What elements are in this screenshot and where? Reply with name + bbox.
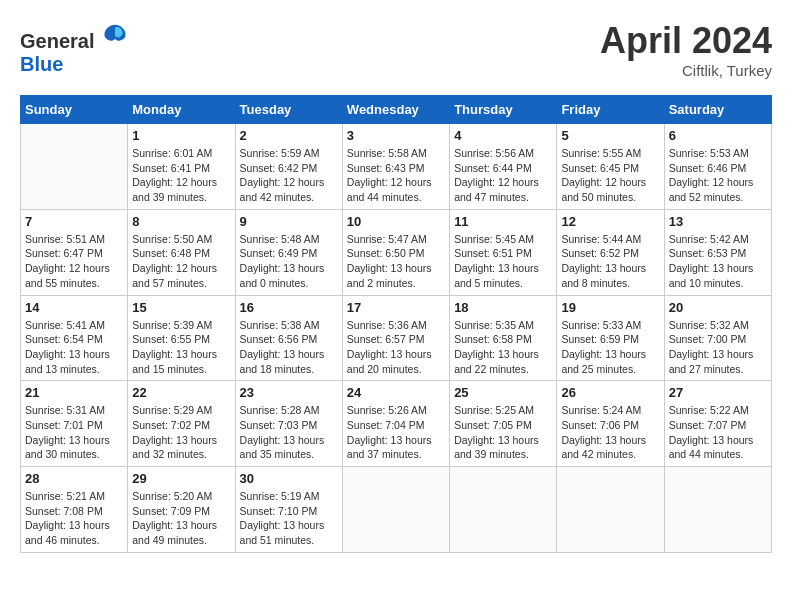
day-number: 9	[240, 214, 338, 229]
day-info: Sunrise: 5:29 AM Sunset: 7:02 PM Dayligh…	[132, 403, 230, 462]
day-info: Sunrise: 5:41 AM Sunset: 6:54 PM Dayligh…	[25, 318, 123, 377]
logo: General Blue	[20, 20, 129, 76]
day-number: 10	[347, 214, 445, 229]
day-number: 2	[240, 128, 338, 143]
day-info: Sunrise: 5:42 AM Sunset: 6:53 PM Dayligh…	[669, 232, 767, 291]
day-info: Sunrise: 5:25 AM Sunset: 7:05 PM Dayligh…	[454, 403, 552, 462]
day-info: Sunrise: 5:32 AM Sunset: 7:00 PM Dayligh…	[669, 318, 767, 377]
day-number: 30	[240, 471, 338, 486]
day-info: Sunrise: 5:55 AM Sunset: 6:45 PM Dayligh…	[561, 146, 659, 205]
day-number: 4	[454, 128, 552, 143]
logo-text: General Blue	[20, 20, 129, 76]
day-number: 5	[561, 128, 659, 143]
calendar-cell: 16Sunrise: 5:38 AM Sunset: 6:56 PM Dayli…	[235, 295, 342, 381]
calendar-cell: 3Sunrise: 5:58 AM Sunset: 6:43 PM Daylig…	[342, 124, 449, 210]
calendar-cell: 4Sunrise: 5:56 AM Sunset: 6:44 PM Daylig…	[450, 124, 557, 210]
day-number: 11	[454, 214, 552, 229]
day-number: 20	[669, 300, 767, 315]
day-number: 8	[132, 214, 230, 229]
day-number: 1	[132, 128, 230, 143]
logo-general: General	[20, 30, 94, 52]
day-info: Sunrise: 5:28 AM Sunset: 7:03 PM Dayligh…	[240, 403, 338, 462]
day-number: 12	[561, 214, 659, 229]
calendar-cell: 10Sunrise: 5:47 AM Sunset: 6:50 PM Dayli…	[342, 209, 449, 295]
day-info: Sunrise: 5:38 AM Sunset: 6:56 PM Dayligh…	[240, 318, 338, 377]
day-number: 14	[25, 300, 123, 315]
day-info: Sunrise: 5:36 AM Sunset: 6:57 PM Dayligh…	[347, 318, 445, 377]
day-info: Sunrise: 5:31 AM Sunset: 7:01 PM Dayligh…	[25, 403, 123, 462]
calendar-cell	[342, 467, 449, 553]
calendar-body: 1Sunrise: 6:01 AM Sunset: 6:41 PM Daylig…	[21, 124, 772, 553]
day-info: Sunrise: 5:33 AM Sunset: 6:59 PM Dayligh…	[561, 318, 659, 377]
calendar-cell: 22Sunrise: 5:29 AM Sunset: 7:02 PM Dayli…	[128, 381, 235, 467]
subtitle: Ciftlik, Turkey	[600, 62, 772, 79]
calendar-cell: 26Sunrise: 5:24 AM Sunset: 7:06 PM Dayli…	[557, 381, 664, 467]
day-number: 16	[240, 300, 338, 315]
calendar-cell: 8Sunrise: 5:50 AM Sunset: 6:48 PM Daylig…	[128, 209, 235, 295]
day-number: 24	[347, 385, 445, 400]
title-block: April 2024 Ciftlik, Turkey	[600, 20, 772, 79]
calendar-cell: 9Sunrise: 5:48 AM Sunset: 6:49 PM Daylig…	[235, 209, 342, 295]
calendar-cell: 29Sunrise: 5:20 AM Sunset: 7:09 PM Dayli…	[128, 467, 235, 553]
calendar-cell: 17Sunrise: 5:36 AM Sunset: 6:57 PM Dayli…	[342, 295, 449, 381]
calendar-week-row: 21Sunrise: 5:31 AM Sunset: 7:01 PM Dayli…	[21, 381, 772, 467]
day-number: 6	[669, 128, 767, 143]
header-day: Wednesday	[342, 96, 449, 124]
calendar-week-row: 28Sunrise: 5:21 AM Sunset: 7:08 PM Dayli…	[21, 467, 772, 553]
calendar-cell: 21Sunrise: 5:31 AM Sunset: 7:01 PM Dayli…	[21, 381, 128, 467]
page-header: General Blue April 2024 Ciftlik, Turkey	[20, 20, 772, 79]
day-info: Sunrise: 6:01 AM Sunset: 6:41 PM Dayligh…	[132, 146, 230, 205]
calendar-cell	[450, 467, 557, 553]
calendar-cell	[664, 467, 771, 553]
calendar-cell: 11Sunrise: 5:45 AM Sunset: 6:51 PM Dayli…	[450, 209, 557, 295]
day-info: Sunrise: 5:39 AM Sunset: 6:55 PM Dayligh…	[132, 318, 230, 377]
day-number: 17	[347, 300, 445, 315]
day-number: 29	[132, 471, 230, 486]
day-info: Sunrise: 5:20 AM Sunset: 7:09 PM Dayligh…	[132, 489, 230, 548]
calendar-table: SundayMondayTuesdayWednesdayThursdayFrid…	[20, 95, 772, 553]
calendar-cell: 18Sunrise: 5:35 AM Sunset: 6:58 PM Dayli…	[450, 295, 557, 381]
calendar-week-row: 7Sunrise: 5:51 AM Sunset: 6:47 PM Daylig…	[21, 209, 772, 295]
day-number: 27	[669, 385, 767, 400]
day-info: Sunrise: 5:59 AM Sunset: 6:42 PM Dayligh…	[240, 146, 338, 205]
calendar-cell: 1Sunrise: 6:01 AM Sunset: 6:41 PM Daylig…	[128, 124, 235, 210]
logo-blue: Blue	[20, 53, 63, 75]
calendar-cell: 12Sunrise: 5:44 AM Sunset: 6:52 PM Dayli…	[557, 209, 664, 295]
day-number: 18	[454, 300, 552, 315]
calendar-cell: 23Sunrise: 5:28 AM Sunset: 7:03 PM Dayli…	[235, 381, 342, 467]
header-day: Saturday	[664, 96, 771, 124]
day-info: Sunrise: 5:44 AM Sunset: 6:52 PM Dayligh…	[561, 232, 659, 291]
day-number: 13	[669, 214, 767, 229]
day-info: Sunrise: 5:24 AM Sunset: 7:06 PM Dayligh…	[561, 403, 659, 462]
day-number: 22	[132, 385, 230, 400]
day-info: Sunrise: 5:53 AM Sunset: 6:46 PM Dayligh…	[669, 146, 767, 205]
day-info: Sunrise: 5:51 AM Sunset: 6:47 PM Dayligh…	[25, 232, 123, 291]
calendar-cell: 25Sunrise: 5:25 AM Sunset: 7:05 PM Dayli…	[450, 381, 557, 467]
header-day: Tuesday	[235, 96, 342, 124]
calendar-cell: 2Sunrise: 5:59 AM Sunset: 6:42 PM Daylig…	[235, 124, 342, 210]
calendar-cell: 28Sunrise: 5:21 AM Sunset: 7:08 PM Dayli…	[21, 467, 128, 553]
day-info: Sunrise: 5:21 AM Sunset: 7:08 PM Dayligh…	[25, 489, 123, 548]
month-title: April 2024	[600, 20, 772, 62]
day-info: Sunrise: 5:50 AM Sunset: 6:48 PM Dayligh…	[132, 232, 230, 291]
calendar-header: SundayMondayTuesdayWednesdayThursdayFrid…	[21, 96, 772, 124]
header-row: SundayMondayTuesdayWednesdayThursdayFrid…	[21, 96, 772, 124]
day-number: 25	[454, 385, 552, 400]
header-day: Sunday	[21, 96, 128, 124]
header-day: Monday	[128, 96, 235, 124]
header-day: Friday	[557, 96, 664, 124]
day-number: 23	[240, 385, 338, 400]
calendar-cell: 30Sunrise: 5:19 AM Sunset: 7:10 PM Dayli…	[235, 467, 342, 553]
day-number: 15	[132, 300, 230, 315]
calendar-cell: 5Sunrise: 5:55 AM Sunset: 6:45 PM Daylig…	[557, 124, 664, 210]
day-number: 19	[561, 300, 659, 315]
day-info: Sunrise: 5:56 AM Sunset: 6:44 PM Dayligh…	[454, 146, 552, 205]
calendar-cell: 24Sunrise: 5:26 AM Sunset: 7:04 PM Dayli…	[342, 381, 449, 467]
calendar-cell	[21, 124, 128, 210]
calendar-cell: 20Sunrise: 5:32 AM Sunset: 7:00 PM Dayli…	[664, 295, 771, 381]
calendar-cell: 13Sunrise: 5:42 AM Sunset: 6:53 PM Dayli…	[664, 209, 771, 295]
day-info: Sunrise: 5:47 AM Sunset: 6:50 PM Dayligh…	[347, 232, 445, 291]
day-info: Sunrise: 5:19 AM Sunset: 7:10 PM Dayligh…	[240, 489, 338, 548]
day-number: 3	[347, 128, 445, 143]
day-number: 21	[25, 385, 123, 400]
